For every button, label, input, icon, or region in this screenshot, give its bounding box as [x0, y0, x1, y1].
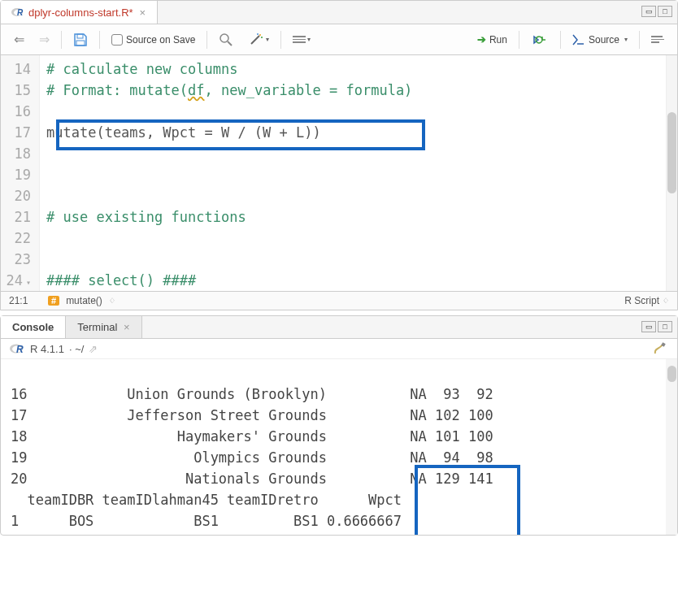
- console-line: 17 Jefferson Street Grounds NA 102 100: [11, 407, 493, 423]
- rerun-button[interactable]: [526, 31, 554, 49]
- line-gutter: 14 15 16 17 18 19 20 21 22 23 24 ▾: [1, 55, 40, 291]
- close-tab-icon[interactable]: ×: [120, 321, 129, 333]
- working-directory[interactable]: · ~/: [69, 343, 84, 355]
- run-button[interactable]: ➔ Run: [472, 31, 512, 49]
- window-controls: ▭ □: [641, 321, 672, 332]
- code-area[interactable]: # calculate new columns # Format: mutate…: [40, 55, 677, 291]
- svg-point-5: [220, 34, 228, 42]
- code-content: # Format: mutate(df, new_variable = form…: [46, 82, 412, 98]
- line-number: 17: [6, 122, 31, 143]
- tab-console[interactable]: Console: [1, 316, 66, 338]
- line-number: 16: [6, 101, 31, 122]
- r-version: R 4.1.1: [30, 343, 64, 355]
- svg-point-10: [261, 37, 263, 38]
- nav-back-button[interactable]: ⇐: [9, 29, 29, 50]
- console-line: 19 Olympics Grounds NA 94 98: [11, 449, 493, 466]
- file-tab-name: dplyr-columns-start.R*: [28, 7, 133, 19]
- line-number: 20: [6, 185, 31, 206]
- line-number: 21: [6, 206, 31, 228]
- window-controls: ▭ □: [641, 6, 672, 17]
- source-on-save-toggle[interactable]: Source on Save: [106, 31, 200, 49]
- code-content: # use existing functions: [46, 209, 246, 225]
- function-badge-icon: #: [48, 296, 59, 306]
- tab-terminal[interactable]: Terminal ×: [66, 316, 141, 338]
- outline-button[interactable]: ▾: [288, 31, 315, 49]
- vertical-scrollbar[interactable]: [666, 55, 677, 291]
- console-line: 20 Nationals Grounds NA 129 141: [11, 471, 493, 487]
- sort-icon[interactable]: ♢: [663, 297, 669, 305]
- source-button[interactable]: Source ▾: [567, 31, 632, 49]
- console-line: 2 CHI CH1 CH1 0.6785714: [11, 534, 402, 535]
- svg-text:R: R: [16, 344, 24, 355]
- minimize-icon[interactable]: ▭: [641, 321, 656, 332]
- file-tab-bar: R dplyr-columns-start.R* × ▭ □: [1, 1, 677, 24]
- language-indicator[interactable]: R Script: [624, 295, 659, 306]
- line-number: 22: [6, 228, 31, 249]
- r-logo-icon: R: [9, 342, 25, 355]
- console-line: 16 Union Grounds (Brooklyn) NA 93 92: [11, 386, 493, 402]
- popout-icon[interactable]: ⇗: [89, 343, 98, 355]
- line-number: 14: [6, 59, 31, 80]
- line-number: 15: [6, 80, 31, 101]
- close-tab-icon[interactable]: ×: [138, 7, 148, 19]
- clear-console-icon[interactable]: [653, 342, 669, 355]
- svg-text:R: R: [17, 8, 24, 17]
- find-button[interactable]: [214, 30, 238, 50]
- minimize-icon[interactable]: ▭: [641, 6, 656, 17]
- svg-point-8: [259, 34, 261, 36]
- vertical-scrollbar[interactable]: [666, 359, 677, 535]
- console-line: 18 Haymakers' Grounds NA 101 100: [11, 428, 493, 445]
- nav-forward-button[interactable]: ⇒: [34, 29, 54, 50]
- console-path-bar: R R 4.1.1 · ~/ ⇗: [1, 339, 677, 359]
- line-number: 23: [6, 249, 31, 270]
- cursor-position: 21:1: [9, 295, 41, 306]
- line-number: 19: [6, 164, 31, 185]
- code-content: [46, 101, 671, 122]
- r-file-icon: R: [11, 6, 24, 19]
- maximize-icon[interactable]: □: [658, 321, 672, 332]
- scrollbar-thumb[interactable]: [667, 112, 676, 193]
- scrollbar-thumb[interactable]: [667, 366, 676, 382]
- code-content: [46, 143, 671, 164]
- console-panel: Console Terminal × ▭ □ R R 4.1.1 · ~/ ⇗ …: [0, 315, 678, 536]
- code-content: [46, 249, 671, 270]
- outline-toggle-button[interactable]: [646, 31, 669, 49]
- code-editor[interactable]: 14 15 16 17 18 19 20 21 22 23 24 ▾ # cal…: [1, 55, 677, 291]
- console-line: teamIDBR teamIDlahman45 teamIDretro Wpct: [11, 492, 402, 508]
- sort-icon[interactable]: ♢: [109, 297, 115, 305]
- console-tab-bar: Console Terminal × ▭ □: [1, 316, 677, 339]
- svg-point-9: [257, 33, 259, 35]
- svg-line-7: [251, 36, 259, 44]
- code-content: [46, 164, 671, 185]
- wand-button[interactable]: ▾: [243, 30, 274, 50]
- console-output[interactable]: 16 Union Grounds (Brooklyn) NA 93 92 17 …: [1, 359, 677, 535]
- save-button[interactable]: [68, 30, 93, 50]
- code-content: [46, 228, 671, 249]
- code-content: [46, 185, 671, 206]
- code-content: mutate(teams, Wpct = W / (W + L)): [46, 124, 321, 141]
- code-content: # calculate new columns: [46, 61, 237, 77]
- line-number: 24 ▾: [6, 270, 31, 291]
- svg-rect-4: [76, 41, 85, 46]
- current-function[interactable]: mutate(): [66, 295, 102, 306]
- svg-line-6: [228, 41, 232, 46]
- console-line: 1 BOS BS1 BS1 0.6666667: [11, 513, 402, 529]
- code-content: #### select() ####: [46, 272, 196, 288]
- file-tab[interactable]: R dplyr-columns-start.R* ×: [1, 1, 158, 24]
- editor-toolbar: ⇐ ⇒ Source on Save ▾ ▾ ➔ Run: [1, 24, 677, 55]
- editor-panel: R dplyr-columns-start.R* × ▭ □ ⇐ ⇒ Sourc…: [0, 0, 678, 310]
- line-number: 18: [6, 143, 31, 164]
- maximize-icon[interactable]: □: [658, 6, 672, 17]
- editor-status-bar: 21:1 # mutate() ♢ R Script ♢: [1, 291, 677, 310]
